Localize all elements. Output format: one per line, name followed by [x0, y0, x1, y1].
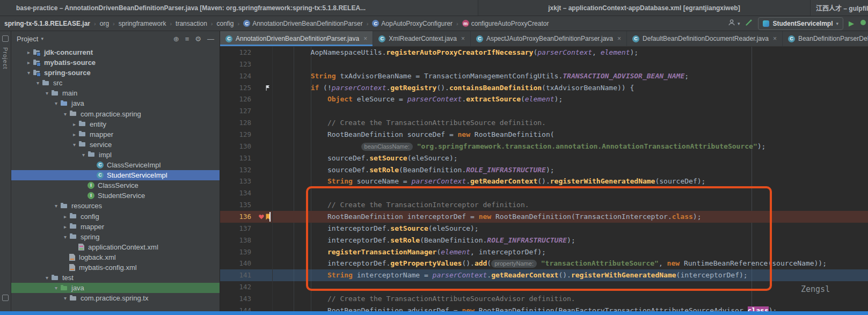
tab-aspectjautoproxybeandefinitionparser-java[interactable]: CAspectJAutoProxyBeanDefinitionParser.ja…: [471, 31, 627, 46]
tree-item-classserviceimpl[interactable]: CClassServiceImpl: [11, 160, 220, 170]
chevron-right-icon[interactable]: ▸: [61, 211, 69, 222]
tree-item-com-practice-spring-tx[interactable]: ▾com.practice.spring.tx: [11, 293, 220, 303]
code-line[interactable]: [273, 281, 277, 293]
gutter[interactable]: 128: [220, 117, 273, 129]
run-button[interactable]: ▶: [849, 19, 854, 27]
gutter[interactable]: 126: [220, 93, 273, 105]
code-line[interactable]: interceptorDef.setRole(BeanDefinition.RO…: [273, 235, 575, 246]
debug-icon[interactable]: [859, 19, 867, 28]
breadcrumb-item-aopautoproxyconfigurer[interactable]: CAopAutoProxyConfigurer: [372, 20, 453, 27]
code-line[interactable]: RootBeanDefinition interceptorDef = new …: [273, 211, 702, 223]
chevron-right-icon[interactable]: ▸: [70, 119, 78, 129]
code-line[interactable]: String interceptorName = parserContext.g…: [273, 269, 748, 281]
chevron-down-icon[interactable]: ▾: [52, 98, 60, 108]
hide-panel-icon[interactable]: —: [207, 35, 214, 43]
gutter[interactable]: 141: [220, 269, 273, 281]
tree-item-resources[interactable]: ▾resources: [11, 201, 220, 211]
code-line[interactable]: sourceDef.setRole(BeanDefinition.ROLE_IN…: [273, 164, 555, 176]
chevron-down-icon[interactable]: ▾: [41, 36, 43, 41]
tab-defaultbeandefinitiondocumentreader-java[interactable]: CDefaultBeanDefinitionDocumentReader.jav…: [627, 31, 783, 46]
gutter[interactable]: 140: [220, 258, 273, 269]
gutter[interactable]: 137: [220, 223, 273, 235]
gutter[interactable]: 139: [220, 246, 273, 258]
tree-item-impl[interactable]: ▾impl: [11, 150, 220, 160]
chevron-down-icon[interactable]: ▾: [52, 201, 60, 211]
gutter[interactable]: 135: [220, 199, 273, 211]
code-line[interactable]: interceptorDef.getPropertyValues().add(p…: [273, 258, 827, 269]
gutter[interactable]: 125: [220, 82, 273, 94]
tree-item-spring-source[interactable]: ▾spring-source: [11, 68, 220, 78]
code-line[interactable]: registerTransactionManager(element, inte…: [273, 246, 546, 258]
code-line[interactable]: AopNamespaceUtils.registerAutoProxyCreat…: [273, 47, 638, 58]
gutter[interactable]: 142: [220, 281, 273, 293]
close-tab-icon[interactable]: ×: [461, 35, 465, 42]
tree-item-mapper[interactable]: ▸mapper: [11, 129, 220, 140]
chevron-right-icon[interactable]: ▸: [61, 222, 69, 232]
close-tab-icon[interactable]: ×: [363, 35, 367, 42]
tree-item-test[interactable]: ▾test: [11, 273, 220, 283]
tree-item-java[interactable]: ▾java: [11, 98, 220, 108]
chevron-right-icon[interactable]: ▸: [25, 47, 33, 57]
breadcrumb-item-annotationdrivenbeandefinitionparser[interactable]: CAnnotationDrivenBeanDefinitionParser: [243, 20, 362, 27]
gutter[interactable]: 129: [220, 129, 273, 141]
chevron-down-icon[interactable]: ▾: [61, 232, 69, 242]
tree-item-service[interactable]: ▾service: [11, 140, 220, 150]
chevron-down-icon[interactable]: ▾: [79, 150, 87, 160]
profile-icon[interactable]: [728, 19, 735, 28]
tree-item-classservice[interactable]: IClassService: [11, 180, 220, 191]
gutter[interactable]: 133: [220, 175, 273, 187]
chevron-down-icon[interactable]: ▾: [70, 140, 78, 150]
locate-icon[interactable]: ⊕: [173, 35, 179, 43]
project-stripe-label[interactable]: Project: [2, 47, 9, 69]
chevron-down-icon[interactable]: ▾: [34, 78, 42, 88]
brush-icon[interactable]: [745, 19, 753, 28]
code-line[interactable]: sourceDef.setSource(eleSource);: [273, 152, 458, 164]
gutter[interactable]: 127: [220, 105, 273, 117]
tree-item-applicationcontext-xml[interactable]: applicationContext.xml: [11, 242, 220, 252]
chevron-down-icon[interactable]: ▾: [52, 283, 60, 293]
code-line[interactable]: Object eleSource = parserContext.extract…: [273, 93, 563, 105]
chevron-right-icon[interactable]: ▸: [70, 129, 78, 140]
breadcrumb-item-springframework[interactable]: springframework: [119, 20, 166, 27]
code-line[interactable]: [273, 187, 277, 199]
close-tab-icon[interactable]: ×: [617, 35, 621, 42]
project-tool-icon[interactable]: [2, 35, 9, 42]
gutter[interactable]: 138: [220, 235, 273, 246]
code-line[interactable]: [273, 105, 277, 117]
gutter[interactable]: 136: [220, 211, 273, 223]
breadcrumb-item-org[interactable]: org: [100, 20, 109, 27]
code-line[interactable]: // Create the TransactionAttributeSource…: [273, 117, 546, 129]
collapse-all-icon[interactable]: ≡: [185, 35, 189, 43]
gutter[interactable]: 123: [220, 58, 273, 70]
gutter[interactable]: 122: [220, 47, 273, 58]
tree-item-mybatis-source[interactable]: ▸mybatis-source: [11, 57, 220, 68]
tab-annotationdrivenbeandefinitionparser-java[interactable]: CAnnotationDrivenBeanDefinitionParser.ja…: [220, 31, 373, 46]
code-line[interactable]: String txAdvisorBeanName = TransactionMa…: [273, 70, 689, 82]
breadcrumb-item-spring-tx-5-1-8-release-jar[interactable]: spring-tx-5.1.8.RELEASE.jar: [4, 20, 90, 27]
code-line[interactable]: String sourceName = parserContext.getRea…: [273, 175, 705, 187]
tree-item-jdk-concurrent[interactable]: ▸jdk-concurrent: [11, 47, 220, 57]
chevron-down-icon[interactable]: ▾: [61, 109, 69, 119]
code-editor[interactable]: 122 AopNamespaceUtils.registerAutoProxyC…: [220, 47, 868, 315]
tree-item-main[interactable]: ▾main: [11, 88, 220, 98]
tree-item-mybatis-config-xml[interactable]: mybatis-config.xml: [11, 262, 220, 273]
gutter[interactable]: 124: [220, 70, 273, 82]
tree-item-mapper[interactable]: ▸mapper: [11, 222, 220, 232]
structure-tool-icon[interactable]: [2, 295, 9, 301]
tree-item-entity[interactable]: ▸entity: [11, 119, 220, 129]
gutter[interactable]: 143: [220, 293, 273, 305]
code-line[interactable]: interceptorDef.setSource(eleSource);: [273, 223, 479, 235]
tree-item-java[interactable]: ▾java: [11, 283, 220, 293]
chevron-down-icon[interactable]: ▾: [43, 273, 51, 283]
gutter[interactable]: 134: [220, 187, 273, 199]
breadcrumb-item-configureautoproxycreator[interactable]: mconfigureAutoProxyCreator: [462, 20, 549, 27]
tree-item-com-practice-spring[interactable]: ▾com.practice.spring: [11, 109, 220, 119]
close-tab-icon[interactable]: ×: [773, 35, 777, 42]
gutter[interactable]: 130: [220, 141, 273, 152]
tab-xmlreadercontext-java[interactable]: CXmlReaderContext.java×: [373, 31, 471, 46]
settings-gear-icon[interactable]: ⚙: [195, 35, 201, 43]
gutter[interactable]: 131: [220, 152, 273, 164]
chevron-right-icon[interactable]: ▸: [25, 57, 33, 68]
code-line[interactable]: RootBeanDefinition sourceDef = new RootB…: [273, 129, 555, 141]
gutter[interactable]: 132: [220, 164, 273, 176]
